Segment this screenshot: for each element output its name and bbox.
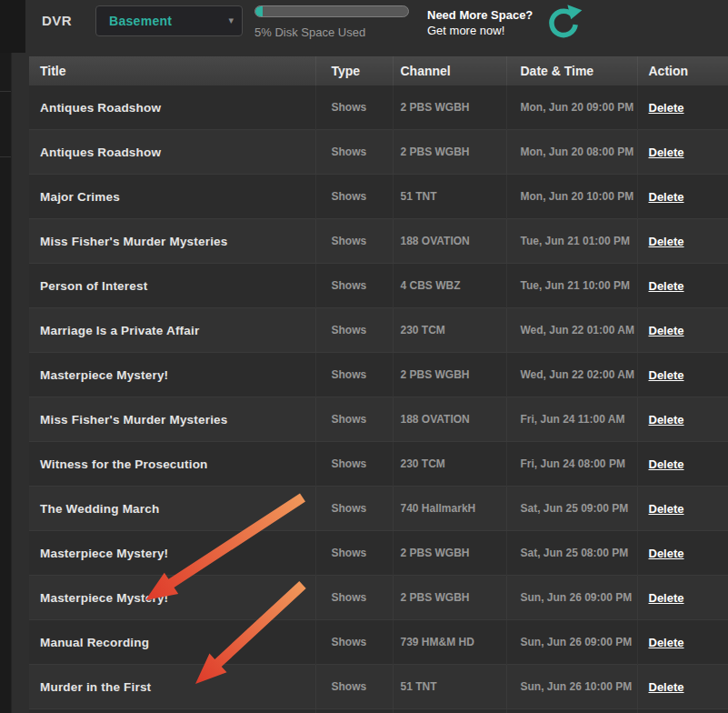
delete-link[interactable]: Delete	[649, 190, 684, 204]
action-cell: Delete	[637, 709, 728, 713]
table-row: Murder in the FirstShows51 TNTSun, Jun 2…	[29, 665, 728, 709]
recording-title: Masterpiece Mystery!	[29, 576, 315, 620]
action-cell: Delete	[637, 397, 728, 442]
recording-channel: 2 PBS WGBH	[393, 353, 506, 397]
header-type[interactable]: Type	[315, 56, 393, 85]
recording-datetime: Mon, Jun 27 08:00 PM	[506, 709, 637, 713]
recording-type: Shows	[315, 487, 393, 531]
recording-type: Shows	[315, 531, 393, 576]
recording-title: Manual Recording	[29, 709, 315, 713]
delete-link[interactable]: Delete	[649, 680, 684, 694]
recording-channel: 740 HallmarkH	[393, 487, 506, 531]
header-datetime[interactable]: Date & Time	[506, 56, 637, 85]
get-more-now-link[interactable]: Get more now!	[427, 23, 533, 38]
delete-link[interactable]: Delete	[649, 279, 684, 293]
delete-link[interactable]: Delete	[649, 413, 684, 427]
recording-channel: 230 TCM	[393, 308, 506, 353]
action-cell: Delete	[637, 219, 728, 264]
recording-title: Manual Recording	[29, 620, 315, 665]
action-cell: Delete	[637, 442, 728, 487]
recording-title: Marriage Is a Private Affair	[29, 308, 315, 353]
recording-type: Shows	[315, 665, 393, 709]
dropdown-selected-value: Basement	[96, 14, 172, 28]
recording-channel: 51 TNT	[393, 175, 506, 219]
recording-channel: 230 TCM	[393, 442, 506, 487]
action-cell: Delete	[637, 665, 728, 709]
recordings-body: Antiques RoadshowShows2 PBS WGBHMon, Jun…	[29, 85, 728, 713]
recording-title: Masterpiece Mystery!	[29, 531, 315, 576]
recording-datetime: Sat, Jun 25 08:00 PM	[506, 531, 637, 576]
delete-link[interactable]: Delete	[649, 146, 684, 159]
recording-datetime: Wed, Jun 22 02:00 AM	[506, 353, 637, 397]
recording-title: Masterpiece Mystery!	[29, 353, 315, 397]
delete-link[interactable]: Delete	[649, 368, 684, 382]
recording-datetime: Tue, Jun 21 10:00 PM	[506, 264, 637, 308]
recording-channel: 188 OVATION	[393, 219, 506, 264]
table-row: Miss Fisher's Murder MysteriesShows188 O…	[29, 397, 728, 442]
recording-datetime: Mon, Jun 20 10:00 PM	[506, 175, 637, 219]
recording-type: Shows	[315, 576, 393, 620]
recording-datetime: Sun, Jun 26 10:00 PM	[506, 665, 637, 709]
chevron-down-icon: ▾	[228, 15, 234, 26]
delete-link[interactable]: Delete	[649, 636, 684, 649]
recording-title: The Wedding March	[29, 487, 315, 531]
recording-title: Miss Fisher's Murder Mysteries	[29, 397, 315, 442]
recording-title: Antiques Roadshow	[29, 130, 315, 175]
header-channel[interactable]: Channel	[393, 56, 506, 85]
table-row: Marriage Is a Private AffairShows230 TCM…	[29, 308, 728, 353]
action-cell: Delete	[637, 130, 728, 175]
recording-datetime: Wed, Jun 22 01:00 AM	[506, 308, 637, 353]
dvr-location-dropdown[interactable]: Basement ▾	[95, 5, 243, 36]
table-row: Masterpiece Mystery!Shows2 PBS WGBHWed, …	[29, 353, 728, 397]
dvr-recordings-page: DVR Basement ▾ 5% Disk Space Used Need M…	[0, 0, 728, 713]
disk-space-label: 5% Disk Space Used	[254, 25, 365, 39]
delete-link[interactable]: Delete	[649, 502, 684, 516]
delete-link[interactable]: Delete	[649, 547, 684, 560]
disk-space-bar	[254, 5, 409, 17]
table-row: Masterpiece Mystery!Shows2 PBS WGBHSat, …	[29, 531, 728, 576]
delete-link[interactable]: Delete	[649, 324, 684, 337]
recording-type: Shows	[315, 620, 393, 665]
header-action: Action	[637, 56, 728, 85]
recording-type: Shows	[315, 219, 393, 264]
table-row: Witness for the ProsecutionShows230 TCMF…	[29, 442, 728, 487]
recording-channel: 2 PBS WGBH	[393, 85, 506, 130]
recording-title: Murder in the First	[29, 665, 315, 709]
delete-link[interactable]: Delete	[649, 591, 684, 605]
recording-datetime: Mon, Jun 20 09:00 PM	[506, 85, 637, 130]
recording-type: Shows	[315, 130, 393, 175]
recording-channel: 2 PBS WGBH	[393, 130, 506, 175]
action-cell: Delete	[637, 487, 728, 531]
action-cell: Delete	[637, 353, 728, 397]
recording-title: Major Crimes	[29, 175, 315, 219]
header-title[interactable]: Title	[29, 56, 315, 85]
recording-type: Shows	[315, 264, 393, 308]
recording-title: Miss Fisher's Murder Mysteries	[29, 219, 315, 264]
recording-datetime: Mon, Jun 20 08:00 PM	[506, 130, 637, 175]
recording-channel: 51 TNT	[393, 665, 506, 709]
delete-link[interactable]: Delete	[649, 457, 684, 471]
recording-title: Antiques Roadshow	[29, 85, 315, 130]
recording-channel: 4 CBS WBZ	[393, 264, 506, 308]
recording-type: Shows	[315, 442, 393, 487]
recording-datetime: Fri, Jun 24 08:00 PM	[506, 442, 637, 487]
action-cell: Delete	[637, 308, 728, 353]
table-row: Person of InterestShows4 CBS WBZTue, Jun…	[29, 264, 728, 308]
refresh-button[interactable]	[544, 3, 583, 43]
recording-datetime: Sun, Jun 26 09:00 PM	[506, 576, 637, 620]
table-row: Miss Fisher's Murder MysteriesShows188 O…	[29, 219, 728, 264]
action-cell: Delete	[637, 85, 728, 130]
recordings-table: Title Type Channel Date & Time Action An…	[29, 56, 728, 713]
table-row: Manual RecordingShows739 HM&M HDSun, Jun…	[29, 620, 728, 665]
recording-title: Person of Interest	[29, 264, 315, 308]
recording-datetime: Sat, Jun 25 09:00 PM	[506, 487, 637, 531]
delete-link[interactable]: Delete	[649, 235, 684, 248]
recording-title: Witness for the Prosecution	[29, 442, 315, 487]
recording-type: Shows	[315, 308, 393, 353]
recording-channel: 2 PBS WGBH	[393, 576, 506, 620]
delete-link[interactable]: Delete	[649, 101, 684, 115]
recording-type: Shows	[315, 397, 393, 442]
recording-datetime: Fri, Jun 24 11:00 AM	[506, 397, 637, 442]
action-cell: Delete	[637, 576, 728, 620]
recording-datetime: Sun, Jun 26 09:00 PM	[506, 620, 637, 665]
